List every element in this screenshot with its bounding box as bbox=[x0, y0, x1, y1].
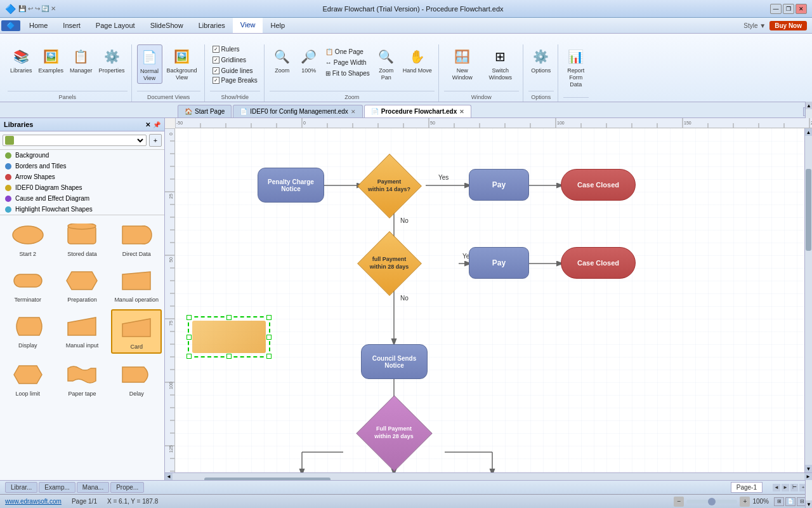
lib-cat-arrow[interactable]: Arrow Shapes bbox=[0, 171, 164, 182]
handle-br[interactable] bbox=[266, 354, 272, 359]
menu-insert[interactable]: Insert bbox=[55, 18, 88, 33]
view-page-button[interactable]: 📄 bbox=[785, 497, 796, 506]
properties-button[interactable]: ⚙️ Properties bbox=[96, 44, 128, 76]
guide-lines-checkbox[interactable]: ✓ bbox=[213, 67, 219, 74]
background-view-button[interactable]: 🖼️ Background View bbox=[164, 44, 200, 83]
node-full-payment28[interactable]: Full Paymentwithin 28 days bbox=[343, 404, 445, 462]
lib-cat-background[interactable]: Background bbox=[0, 150, 164, 161]
scroll-left-button[interactable]: ◄ bbox=[165, 473, 173, 481]
menu-view[interactable]: View bbox=[233, 18, 263, 33]
scroll-up-button[interactable]: ▲ bbox=[805, 128, 812, 136]
minimize-button[interactable]: — bbox=[770, 4, 782, 14]
node-council-notice[interactable]: Council SendsNotice bbox=[361, 344, 428, 379]
one-page-button[interactable]: 📋 One Page bbox=[323, 47, 372, 57]
node-case-closed1[interactable]: Case Closed bbox=[561, 169, 636, 201]
zoom-out-button[interactable]: − bbox=[674, 497, 684, 507]
node-penalty-charge-notice[interactable]: Penalty ChargeNotice bbox=[258, 168, 324, 203]
gridlines-checkbox[interactable]: ✓ bbox=[213, 57, 219, 64]
page-breaks-checkbox[interactable]: ✓ bbox=[213, 77, 219, 84]
bottom-tab-lib[interactable]: Librar... bbox=[5, 482, 37, 493]
report-form-button[interactable]: 📊 ReportFormData bbox=[563, 44, 589, 89]
lib-add-button[interactable]: + bbox=[149, 134, 162, 147]
shape-delay[interactable]: Delay bbox=[111, 358, 162, 399]
page-width-button[interactable]: ↔️ Page Width bbox=[323, 58, 372, 67]
handle-tl[interactable] bbox=[187, 315, 192, 320]
scroll-right-button[interactable]: ► bbox=[804, 473, 812, 481]
menu-page-layout[interactable]: Page Layout bbox=[88, 18, 143, 33]
scroll-h-thumb[interactable] bbox=[204, 478, 331, 481]
tab-procedure[interactable]: 📄 Procedure Flowchart.edx ✕ bbox=[364, 105, 471, 117]
scroll-thumb[interactable] bbox=[806, 169, 811, 251]
bottom-tab-prop[interactable]: Prope... bbox=[110, 482, 144, 493]
shape-manual-input[interactable]: Manual input bbox=[57, 309, 108, 354]
guide-lines-toggle[interactable]: ✓ Guide lines bbox=[210, 66, 256, 76]
shape-loop-limit[interactable]: Loop limit bbox=[3, 358, 53, 399]
menu-home[interactable]: Home bbox=[22, 18, 55, 33]
lib-pin-icon[interactable]: 📌 bbox=[153, 121, 160, 128]
shape-display[interactable]: Display bbox=[3, 309, 53, 354]
website-link[interactable]: www.edrawsoft.com bbox=[5, 498, 62, 505]
handle-mr[interactable] bbox=[266, 335, 272, 340]
page-tab[interactable]: Page-1 bbox=[731, 482, 763, 493]
node-case-closed2[interactable]: Case Closed bbox=[561, 247, 636, 279]
main-canvas[interactable]: Yes No Yes No Penalty ChargeNotice Payme… bbox=[175, 128, 804, 472]
view-fit-button[interactable]: ⊞ bbox=[774, 497, 784, 506]
shape-paper-tape[interactable]: Paper tape bbox=[57, 358, 108, 399]
zoom-100-button[interactable]: 🔎 100% bbox=[296, 44, 322, 76]
menu-help[interactable]: Help bbox=[263, 18, 292, 33]
examples-button[interactable]: 🖼️ Examples bbox=[36, 44, 67, 76]
rulers-checkbox[interactable]: ✓ bbox=[213, 46, 219, 53]
menu-slideshow[interactable]: SlideShow bbox=[143, 18, 191, 33]
lib-close-icon[interactable]: ✕ bbox=[145, 121, 150, 128]
shape-preparation[interactable]: Preparation bbox=[57, 264, 108, 305]
node-payment14[interactable]: Paymentwithin 14 days? bbox=[353, 163, 426, 209]
handle-ml[interactable] bbox=[187, 335, 192, 340]
lib-cat-highlight[interactable]: Highlight Flowchart Shapes bbox=[0, 204, 164, 215]
tab-idef0[interactable]: 📄 IDEF0 for Config Management.edx ✕ bbox=[233, 105, 363, 117]
zoom-pan-button[interactable]: 🔍 ZoomPan bbox=[374, 44, 399, 83]
dragging-shape[interactable] bbox=[192, 321, 266, 353]
window-controls[interactable]: — ❐ ✕ bbox=[770, 4, 807, 14]
canvas-scrollbar-v[interactable]: ▲ ▼ bbox=[804, 128, 812, 472]
shape-start2[interactable]: Start 2 bbox=[3, 218, 53, 260]
handle-tm[interactable] bbox=[226, 315, 232, 320]
hand-move-button[interactable]: ✋ Hand Move bbox=[400, 44, 435, 76]
page-next-button[interactable]: ► bbox=[782, 484, 789, 491]
shape-card[interactable]: Card bbox=[111, 309, 162, 354]
buy-now-button[interactable]: Buy Now bbox=[769, 21, 807, 30]
options-button[interactable]: ⚙️ Options bbox=[528, 44, 554, 76]
lib-cat-cause[interactable]: Cause and Effect Diagram bbox=[0, 193, 164, 204]
lib-category-select[interactable] bbox=[15, 137, 145, 145]
lib-cat-borders[interactable]: Borders and Titles bbox=[0, 161, 164, 171]
handle-tr[interactable] bbox=[266, 315, 272, 320]
tab-idef0-close[interactable]: ✕ bbox=[351, 109, 356, 115]
new-window-button[interactable]: 🪟 New Window bbox=[444, 44, 481, 83]
normal-view-button[interactable]: 📄 NormalView bbox=[137, 44, 162, 84]
node-pay2[interactable]: Pay bbox=[469, 247, 529, 279]
tab-procedure-close[interactable]: ✕ bbox=[459, 109, 464, 115]
shape-manual-op[interactable]: Manual operation bbox=[111, 264, 162, 305]
node-pay1[interactable]: Pay bbox=[469, 169, 529, 201]
bottom-tab-ex[interactable]: Examp... bbox=[39, 482, 75, 493]
shape-stored-data[interactable]: Stored data bbox=[57, 218, 108, 260]
switch-windows-button[interactable]: ⊞ Switch Windows bbox=[482, 44, 519, 83]
app-menu-button[interactable]: 🔷 bbox=[1, 20, 20, 31]
tab-start-page[interactable]: 🏠 Start Page bbox=[178, 105, 232, 117]
menu-libraries[interactable]: Libraries bbox=[191, 18, 233, 33]
zoom-slider-thumb[interactable] bbox=[708, 498, 716, 505]
fit-to-shapes-button[interactable]: ⊞ Fit to Shapes bbox=[323, 69, 372, 78]
style-dropdown[interactable]: Style ▼ bbox=[743, 22, 766, 29]
zoom-in-button[interactable]: + bbox=[740, 497, 750, 507]
bottom-tab-man[interactable]: Mana... bbox=[77, 482, 109, 493]
close-button[interactable]: ✕ bbox=[796, 4, 807, 14]
scroll-down-button[interactable]: ▼ bbox=[805, 465, 812, 472]
shape-terminator[interactable]: Terminator bbox=[3, 264, 53, 305]
libraries-button[interactable]: 📚 Libraries bbox=[8, 44, 35, 76]
page-last-button[interactable]: ⊢ bbox=[790, 484, 798, 491]
gridlines-toggle[interactable]: ✓ Gridlines bbox=[210, 55, 256, 65]
handle-bl[interactable] bbox=[187, 354, 192, 359]
canvas-scrollbar-h[interactable]: ◄ ► bbox=[165, 472, 812, 480]
shape-direct-data[interactable]: Direct Data bbox=[111, 218, 162, 260]
lib-cat-idef0[interactable]: IDEF0 Diagram Shapes bbox=[0, 182, 164, 193]
page-breaks-toggle[interactable]: ✓ Page Breaks bbox=[210, 76, 260, 85]
